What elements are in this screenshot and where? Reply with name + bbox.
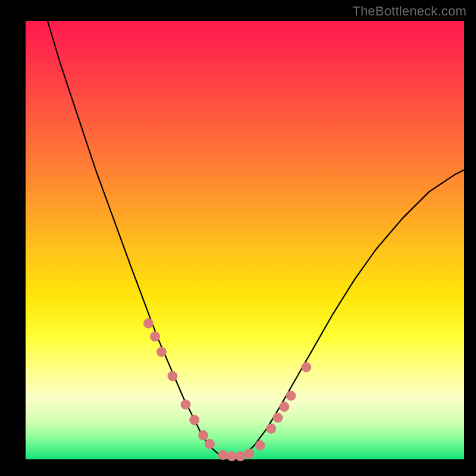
curve-marker xyxy=(286,391,296,400)
watermark-text: TheBottleneck.com xyxy=(352,4,466,19)
curve-marker xyxy=(280,402,289,412)
curve-marker xyxy=(157,347,167,356)
curve-marker xyxy=(273,413,283,422)
curve-marker xyxy=(181,400,190,409)
curve-marker xyxy=(168,371,177,381)
curve-marker xyxy=(245,449,254,458)
curve-marker xyxy=(190,415,199,425)
bottleneck-curve xyxy=(48,21,464,457)
curve-marker xyxy=(236,452,245,461)
curve-marker xyxy=(150,332,159,342)
curve-marker xyxy=(255,440,265,450)
curve-marker xyxy=(227,452,236,461)
curve-marker xyxy=(302,362,311,372)
curve-marker xyxy=(143,319,153,328)
curve-marker xyxy=(267,424,276,433)
chart-frame: TheBottleneck.com xyxy=(0,0,476,476)
curve-marker xyxy=(218,450,228,460)
curve-layer xyxy=(26,21,464,459)
curve-marker xyxy=(205,439,215,449)
curve-marker xyxy=(199,431,208,440)
plot-area xyxy=(26,21,464,459)
curve-markers xyxy=(143,319,311,461)
